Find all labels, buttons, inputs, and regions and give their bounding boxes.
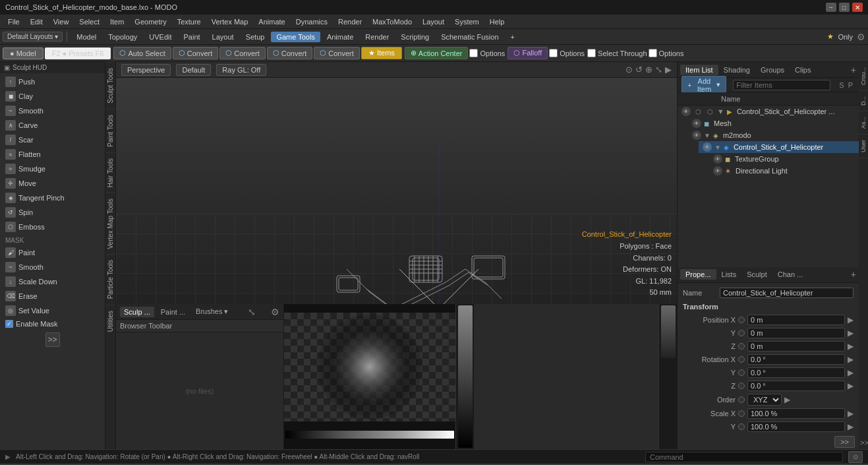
tool-clay[interactable]: ◼ Clay [1, 89, 103, 104]
tool-move[interactable]: ✛ Move [1, 176, 103, 191]
falloff-options-checkbox[interactable]: Options [549, 49, 585, 57]
sculpt-tab[interactable]: Sculp ... [120, 307, 154, 317]
right-strip-tab-as[interactable]: As... [859, 111, 868, 135]
model-mode-button[interactable]: ● Model [3, 47, 43, 59]
menu-item[interactable]: Item [105, 16, 129, 27]
falloff-options-check[interactable] [549, 49, 558, 57]
tool-tangent-pinch[interactable]: ◈ Tangent Pinch [1, 191, 103, 205]
menu-maxtomodo[interactable]: MaxToModo [367, 16, 417, 27]
name-input[interactable] [720, 288, 854, 298]
prop-tab-properties[interactable]: Prope... [680, 269, 716, 280]
ray-gl-button[interactable]: Ray GL: Off [216, 64, 266, 76]
eye-icon-light[interactable]: 👁 [713, 166, 722, 175]
pos-y-radio[interactable] [738, 330, 745, 336]
menu-file[interactable]: File [3, 16, 25, 27]
command-input[interactable] [645, 452, 843, 462]
menu-system[interactable]: System [449, 16, 484, 27]
menu-select[interactable]: Select [74, 16, 105, 27]
scale-x-radio[interactable] [738, 410, 745, 417]
vp-nav-icon-4[interactable]: ⤡ [655, 65, 662, 75]
pos-y-input[interactable] [747, 328, 845, 338]
order-select[interactable]: XYZ XZY YXZ [747, 394, 782, 406]
tool-push[interactable]: ↑ Push [1, 75, 103, 89]
vp-nav-icon-1[interactable]: ⊙ [625, 65, 633, 75]
menu-edit[interactable]: Edit [25, 16, 48, 27]
side-tab-utilities[interactable]: Utilities [105, 305, 115, 337]
rot-y-arrow[interactable]: ▶ [848, 368, 854, 377]
tab-schematic-fusion[interactable]: Schematic Fusion [436, 32, 504, 42]
settings-icon[interactable]: ⚙ [857, 32, 865, 42]
item-row-control-stick[interactable]: 👁 ▼ ◈ Control_Stick_of_Helicopter [699, 141, 859, 153]
mask-paint-tool[interactable]: 🖌 Paint [1, 245, 103, 260]
command-execute-button[interactable]: ⊙ [848, 451, 863, 463]
default-layouts-button[interactable]: Default Layouts ▾ [3, 32, 63, 42]
side-tab-vertex-map-tools[interactable]: Vertex Map Tools [105, 193, 115, 255]
default-shading-button[interactable]: Default [176, 64, 211, 76]
prop-tab-lists[interactable]: Lists [716, 269, 742, 280]
options-checkbox-1[interactable]: Options [469, 49, 505, 57]
item-row-mesh[interactable]: 👁 ◼ Mesh [688, 117, 859, 129]
select-through-checkbox[interactable]: Select Through [587, 49, 647, 57]
vp-nav-icon-2[interactable]: ↺ [635, 65, 643, 75]
convert-button-2[interactable]: ⬡ Convert [219, 47, 266, 59]
options-check-2[interactable] [649, 49, 657, 57]
arrow-icon-1[interactable]: ▼ [717, 108, 724, 115]
tab-render[interactable]: Render [360, 32, 394, 42]
tab-animate[interactable]: Animate [322, 32, 359, 42]
tool-emboss[interactable]: ⬡ Emboss [1, 220, 103, 234]
pos-y-arrow[interactable]: ▶ [848, 328, 854, 338]
options-check-input[interactable] [469, 49, 478, 57]
select-through-check[interactable] [587, 49, 596, 57]
pos-z-radio[interactable] [738, 343, 745, 350]
tool-smudge[interactable]: ≈ Smudge [1, 162, 103, 176]
order-radio[interactable] [738, 396, 745, 403]
order-arrow[interactable]: ▶ [784, 395, 790, 404]
mask-scale-down-tool[interactable]: ↓ Scale Down [1, 274, 103, 289]
scale-x-input[interactable] [747, 408, 845, 419]
scale-y-arrow[interactable]: ▶ [848, 422, 854, 431]
expand-panel-button[interactable]: >> [45, 332, 60, 347]
vis-icon-2[interactable]: ⬡ [705, 108, 714, 115]
add-item-button[interactable]: + Add Item ▾ [681, 76, 726, 94]
properties-forward-button[interactable]: >> [834, 436, 855, 448]
vis-icon-1[interactable]: ⬡ [693, 108, 703, 115]
eye-icon-texture[interactable]: 👁 [713, 154, 722, 164]
tab-topology[interactable]: Topology [103, 32, 142, 42]
vp-nav-icon-5[interactable]: ▶ [665, 65, 672, 75]
tool-set-value[interactable]: ◎ Set Value [1, 303, 103, 318]
tab-setup[interactable]: Setup [241, 32, 270, 42]
menu-render[interactable]: Render [333, 16, 367, 27]
panel-settings-icon[interactable]: ⚙ [271, 307, 279, 317]
paint-tab[interactable]: Paint ... [157, 307, 189, 317]
close-button[interactable]: ✕ [852, 3, 863, 12]
arrow-icon-3[interactable]: ▼ [714, 144, 721, 151]
menu-view[interactable]: View [48, 16, 74, 27]
tool-spin[interactable]: ↺ Spin [1, 205, 103, 220]
rot-z-arrow[interactable]: ▶ [848, 381, 854, 390]
mask-smooth-tool[interactable]: ~ Smooth [1, 260, 103, 274]
action-center-button[interactable]: ⊕ Action Center [405, 47, 469, 59]
convert-button-4[interactable]: ⬡ Convert [314, 47, 360, 59]
rot-x-input[interactable] [747, 354, 845, 365]
3d-viewport[interactable]: X Y Z Control_Stick_of_Helicopter Polygo… [116, 78, 677, 304]
enable-mask-toggle[interactable]: ✓ Enable Mask [1, 318, 103, 330]
maximize-button[interactable]: □ [839, 3, 850, 12]
S-button[interactable]: S [837, 81, 846, 89]
rot-y-input[interactable] [747, 367, 845, 378]
shading-tab[interactable]: Shading [718, 65, 755, 75]
scale-y-input[interactable] [747, 421, 845, 432]
side-tab-hair-tools[interactable]: Hair Tools [105, 152, 115, 193]
tab-uvedit[interactable]: UVEdit [144, 32, 177, 42]
vertical-scrollbar-strip[interactable] [658, 304, 677, 449]
tab-model[interactable]: Model [71, 32, 101, 42]
auto-select-button[interactable]: ⬡ Auto Select [113, 47, 171, 59]
pos-x-arrow[interactable]: ▶ [848, 315, 854, 325]
right-strip-forward[interactable]: >> [859, 436, 868, 449]
convert-button-1[interactable]: ⬡ Convert [173, 47, 219, 59]
tool-flatten[interactable]: = Flatten [1, 147, 103, 162]
tab-layout[interactable]: Layout [207, 32, 239, 42]
arrow-icon-2[interactable]: ▼ [704, 132, 710, 139]
tool-smooth[interactable]: ~ Smooth [1, 104, 103, 118]
pos-x-radio[interactable] [738, 317, 745, 323]
enable-mask-checkbox[interactable]: ✓ [5, 320, 13, 328]
